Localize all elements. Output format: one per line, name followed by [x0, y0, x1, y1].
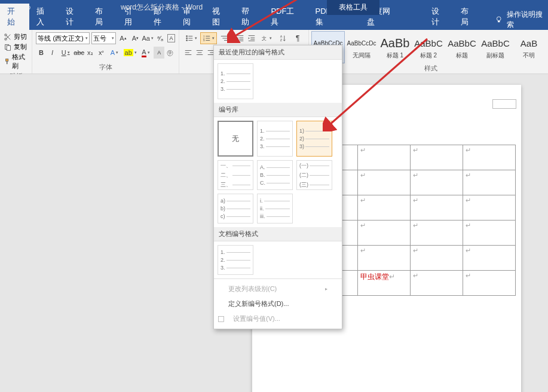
library-section: 无 1. 2. 3. 1) 2) 3) 一、 二、 三、 A. B. C. (一…: [214, 117, 342, 227]
align-center-icon: [195, 48, 204, 57]
tab-pdf-tools[interactable]: PDF工具: [264, 4, 308, 30]
set-numbering-value-item: 设置编号值(V)...: [214, 311, 342, 326]
align-left-button[interactable]: [183, 47, 194, 59]
svg-point-12: [186, 39, 188, 41]
doc-formats-section: 1. 2. 3.: [214, 241, 342, 278]
char-border-button[interactable]: A: [167, 34, 176, 42]
font-size-select[interactable]: 五号▾: [91, 32, 116, 44]
numbering-button[interactable]: 123▾: [200, 32, 217, 44]
context-tab-title: 表格工具: [327, 0, 379, 15]
show-marks-button[interactable]: ¶: [292, 32, 303, 44]
tell-me-search[interactable]: 操作说明搜索: [495, 10, 548, 30]
svg-text:文: 文: [262, 36, 267, 41]
numbering-option-lib-2[interactable]: 1) 2) 3): [296, 121, 332, 157]
align-center-button[interactable]: [194, 47, 205, 59]
tab-view[interactable]: 视图: [205, 4, 234, 30]
style-title[interactable]: AaBbC标题: [445, 31, 479, 63]
tell-me-text: 操作说明搜索: [507, 10, 548, 30]
highlight-button[interactable]: ab▾: [123, 47, 137, 59]
copy-icon: [4, 43, 12, 51]
numbering-option-lib-3[interactable]: 一、 二、 三、: [218, 160, 253, 190]
clipboard-group: 剪切 复制 格式刷 贴板: [0, 30, 32, 74]
format-painter-label: 格式刷: [12, 53, 28, 71]
subscript-button[interactable]: x₂: [85, 47, 95, 59]
sort-button[interactable]: AZ: [275, 32, 292, 44]
bold-button[interactable]: B: [36, 47, 46, 59]
grow-font-button[interactable]: A▴: [118, 32, 128, 44]
ribbon-tabs: 开始 插入 设计 布局 引用 邮件 审阅 视图 帮助 PDF工具 PDF工具集 …: [0, 15, 548, 30]
style-heading2[interactable]: AaBbC标题 2: [412, 31, 445, 63]
style-subtitle[interactable]: AaBbC副标题: [479, 31, 512, 63]
tab-mailings[interactable]: 邮件: [146, 4, 176, 30]
bullets-icon: [185, 34, 194, 42]
svg-rect-8: [6, 59, 8, 62]
svg-text:Z: Z: [280, 38, 283, 42]
style-no-spacing[interactable]: AaBbCcDc无间隔: [345, 31, 378, 63]
svg-point-11: [186, 38, 188, 39]
numbering-icon: 123: [203, 34, 211, 42]
numbering-option-lib-5[interactable]: (一) (二) (三): [296, 160, 332, 190]
library-header: 编号库: [214, 103, 342, 117]
italic-button[interactable]: I: [47, 47, 57, 59]
tab-design[interactable]: 设计: [59, 4, 88, 30]
styles-group: AaBbCcDc文 AaBbCcDc无间隔 AaBb标题 1 AaBbC标题 2…: [309, 30, 548, 74]
change-case-button[interactable]: Aa▾: [142, 32, 153, 44]
cut-button[interactable]: 剪切: [4, 32, 28, 41]
font-name-select[interactable]: 等线 (西文正文)▾: [36, 32, 90, 44]
superscript-button[interactable]: x²: [96, 47, 106, 59]
font-group: 等线 (西文正文)▾ 五号▾ A▴ A▾ Aa▾ ᵃ⁄ₐ A B I U▾ ab…: [32, 30, 179, 74]
svg-rect-58: [219, 316, 224, 321]
asian-layout-icon: 文: [260, 34, 268, 42]
enclose-char-button[interactable]: ㊫: [165, 47, 175, 59]
styles-label: 样式: [311, 64, 548, 73]
recent-formats-header: 最近使用过的编号格式: [214, 45, 342, 60]
copy-button[interactable]: 复制: [4, 42, 28, 51]
svg-text:3: 3: [203, 39, 205, 42]
numbering-option-doc-1[interactable]: 1. 2. 3.: [218, 245, 253, 275]
text-effects-button[interactable]: A▾: [107, 47, 122, 59]
phonetic-guide-button[interactable]: ᵃ⁄ₐ: [155, 32, 166, 44]
tab-layout[interactable]: 布局: [88, 4, 117, 30]
ruler-corner: [492, 99, 516, 109]
style-other[interactable]: AaB不明: [512, 31, 546, 63]
define-new-format-item[interactable]: 定义新编号格式(D)...: [214, 296, 342, 311]
svg-point-2: [497, 17, 501, 21]
numbering-option-lib-1[interactable]: 1. 2. 3.: [257, 121, 293, 157]
dropdown-menu-items: 更改列表级别(C)▸ 定义新编号格式(D)... 设置编号值(V)...: [214, 278, 342, 329]
tab-help[interactable]: 帮助: [234, 4, 264, 30]
tab-references[interactable]: 引用: [117, 4, 146, 30]
char-shading-button[interactable]: A: [154, 47, 164, 59]
numbering-option-lib-7[interactable]: i. ii. iii.: [257, 194, 293, 223]
scissors-icon: [4, 33, 12, 41]
numbering-option-lib-6[interactable]: a) b) c): [218, 194, 253, 223]
multilevel-list-button[interactable]: ▾: [218, 32, 234, 44]
numbering-option-recent-1[interactable]: 1. 2. 3.: [218, 63, 253, 99]
asian-layout-button[interactable]: 文▾: [258, 32, 274, 44]
format-painter-button[interactable]: 格式刷: [4, 53, 28, 71]
font-color-button[interactable]: A▾: [138, 47, 153, 59]
tab-table-design[interactable]: 设计: [424, 4, 454, 30]
tab-home[interactable]: 开始: [0, 4, 29, 30]
increase-indent-button[interactable]: [246, 32, 257, 44]
numbering-option-none[interactable]: 无: [218, 121, 253, 157]
svg-rect-9: [7, 61, 7, 64]
numbering-option-lib-4[interactable]: A. B. C.: [257, 160, 293, 190]
shrink-font-button[interactable]: A▾: [130, 32, 141, 44]
copy-label: 复制: [14, 42, 27, 51]
svg-rect-3: [498, 21, 500, 23]
strikethrough-button[interactable]: abc: [74, 47, 84, 59]
bullets-button[interactable]: ▾: [183, 32, 200, 44]
tab-review[interactable]: 审阅: [176, 4, 205, 30]
tab-insert[interactable]: 插入: [29, 4, 59, 30]
style-heading1[interactable]: AaBb标题 1: [378, 31, 412, 63]
font-name-value: 等线 (西文正文): [38, 34, 83, 43]
svg-rect-7: [7, 45, 10, 50]
underline-button[interactable]: U▾: [58, 47, 73, 59]
tab-table-layout[interactable]: 布局: [454, 4, 483, 30]
font-label: 字体: [36, 62, 175, 73]
doc-formats-header: 文档编号格式: [214, 227, 342, 241]
sort-icon: AZ: [279, 34, 287, 42]
svg-point-10: [186, 35, 188, 37]
numbering-dropdown: 最近使用过的编号格式 1. 2. 3. 编号库 无 1. 2. 3. 1) 2)…: [213, 45, 342, 329]
decrease-indent-button[interactable]: [235, 32, 246, 44]
